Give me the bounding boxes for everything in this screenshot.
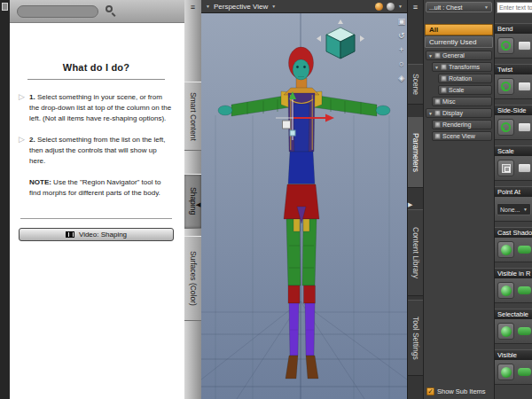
scale-control[interactable] [497, 160, 514, 176]
tab-strip-menu-icon[interactable]: ≡ [408, 3, 423, 12]
viewport[interactable]: ▼ Perspective View ▼ ▼ ▣ ↺ + ○ ◈ [201, 0, 407, 399]
checkbox-check-icon: ✓ [426, 387, 434, 395]
step2-number: 2. [29, 136, 35, 144]
view-selector[interactable]: Perspective View [214, 3, 268, 11]
tab-smart-content[interactable]: Smart Content [184, 82, 201, 151]
shaded-style-icon[interactable] [387, 3, 395, 11]
group-icon [434, 52, 441, 59]
filter-all[interactable]: All [425, 24, 493, 35]
figure-model [218, 47, 390, 379]
parameter-group-tree: ▼ General ▼ Transforms Rotation Scale Mi… [424, 51, 494, 141]
view-menu-icon[interactable]: ▼ [206, 4, 210, 9]
tree-node-scale[interactable]: Scale [438, 85, 492, 95]
toggle-on-icon [501, 286, 512, 296]
expand-icon[interactable]: ▼ [434, 65, 439, 70]
param-visible: Visible [495, 349, 532, 385]
group-icon [434, 110, 441, 116]
search-icon[interactable] [106, 5, 117, 17]
selectable-toggle-bar[interactable] [518, 327, 531, 335]
tab-surfaces-color[interactable]: Surfaces (Color) [184, 236, 201, 321]
param-selectable: Selectable [495, 309, 532, 344]
side-side-dial[interactable] [497, 119, 514, 136]
selectable-toggle[interactable] [497, 323, 514, 340]
viewport-canvas[interactable] [201, 0, 407, 399]
tab-parameters[interactable]: Parameters [408, 117, 424, 188]
step1-text: Select something in your scene, or from … [29, 93, 171, 122]
frame-tool-icon[interactable]: ◈ [398, 74, 404, 82]
bend-dial[interactable] [497, 37, 514, 54]
toggle-on-icon [501, 326, 512, 337]
viewport-tool-column: ▣ ↺ + ○ ◈ [397, 18, 405, 82]
dolly-tool-icon[interactable]: ○ [399, 60, 403, 68]
tab-tool-settings[interactable]: Tool Settings [408, 300, 424, 376]
twist-dial[interactable] [497, 78, 514, 95]
draw-style-icon[interactable] [375, 3, 383, 11]
tab-content-library[interactable]: Content Library [408, 209, 424, 296]
right-tab-strip: ≡ Scene Parameters Content Library Tool … [407, 0, 423, 399]
param-visible-in-render: Visible in R [495, 268, 532, 303]
visible-in-render-toggle[interactable] [497, 282, 514, 299]
style-dropdown-icon[interactable]: ▼ [398, 4, 403, 9]
expand-icon[interactable]: ▼ [428, 53, 433, 59]
chevron-down-icon: ▼ [484, 4, 489, 10]
shaping-search-input[interactable] [17, 5, 98, 18]
film-icon [66, 231, 74, 238]
video-divider [20, 218, 172, 219]
group-icon [434, 133, 441, 139]
tab-scene[interactable]: Scene [408, 64, 424, 105]
toggle-on-icon [501, 367, 512, 378]
tree-node-display[interactable]: ▼ Display [426, 108, 492, 118]
scale-slider[interactable] [518, 163, 531, 173]
tree-node-transforms[interactable]: ▼ Transforms [432, 62, 492, 72]
param-twist: Twist [495, 64, 532, 99]
param-cast-shadows: Cast Shado [495, 227, 532, 262]
step-bullet-icon: ▷ [19, 92, 29, 124]
dial-icon [501, 122, 511, 132]
help-step-1: ▷ 1. Select something in your scene, or … [19, 92, 174, 124]
param-side-side: Side-Side [495, 105, 532, 140]
cast-shadows-toggle[interactable] [497, 241, 514, 258]
parameters-panel: ...uit : Chest ▼ All Currently Used ▼ Ge… [423, 0, 494, 399]
side-side-slider[interactable] [518, 122, 531, 132]
group-icon [441, 64, 447, 70]
point-at-dropdown[interactable]: None... ▼ [497, 203, 531, 215]
dial-icon [501, 82, 511, 91]
left-tab-strip: ≡ Smart Content Shaping Surfaces (Color) [184, 0, 201, 399]
collapse-left-panel-icon[interactable]: ◀ [196, 201, 200, 208]
filter-currently-used[interactable]: Currently Used [425, 36, 493, 48]
chevron-down-icon: ▼ [523, 207, 528, 212]
view-dropdown-icon[interactable]: ▼ [271, 4, 276, 9]
shaping-help-text: What do I do? ▷ 1. Select something in y… [10, 23, 184, 241]
title-divider [27, 79, 165, 80]
tree-node-misc[interactable]: Misc [432, 97, 492, 106]
collapse-right-panel-icon[interactable]: ▶ [408, 201, 412, 208]
tree-node-rendering[interactable]: Rendering [432, 120, 492, 129]
pan-tool-icon[interactable]: + [399, 46, 403, 54]
twist-slider[interactable] [518, 82, 531, 91]
visible-in-render-toggle-bar[interactable] [518, 286, 531, 294]
parameter-filter-input[interactable] [497, 2, 532, 13]
tree-node-general[interactable]: ▼ General [426, 51, 492, 60]
cube-tool-icon[interactable]: ▣ [397, 18, 405, 26]
shaping-panel: What do I do? ▷ 1. Select something in y… [10, 0, 184, 399]
node-selector-dropdown[interactable]: ...uit : Chest ▼ [426, 2, 492, 12]
parameter-sliders-panel: Bend Twist Side-Side Scale [494, 0, 532, 399]
pane-options-icon[interactable] [2, 3, 8, 11]
scale-icon [502, 164, 511, 173]
show-sub-items-checkbox[interactable]: ✓ Show Sub Items [426, 387, 486, 395]
video-shaping-button[interactable]: Video: Shaping [19, 228, 174, 241]
tree-node-scene-view[interactable]: Scene View [432, 131, 492, 141]
tree-node-rotation[interactable]: Rotation [438, 74, 492, 83]
visible-toggle[interactable] [497, 364, 514, 380]
cast-shadows-toggle-bar[interactable] [518, 246, 531, 254]
visible-toggle-bar[interactable] [518, 368, 531, 376]
note-label: NOTE: [29, 178, 51, 186]
bend-slider[interactable] [518, 41, 531, 51]
group-icon [441, 87, 447, 93]
orbit-tool-icon[interactable]: ↺ [398, 32, 405, 40]
expand-icon[interactable]: ▼ [428, 111, 433, 116]
help-note: NOTE: Use the "Region Navigator" tool to… [19, 177, 174, 199]
cube-right-arrow [360, 35, 364, 42]
step1-number: 1. [29, 93, 35, 101]
tab-strip-menu-icon[interactable]: ≡ [184, 3, 201, 12]
